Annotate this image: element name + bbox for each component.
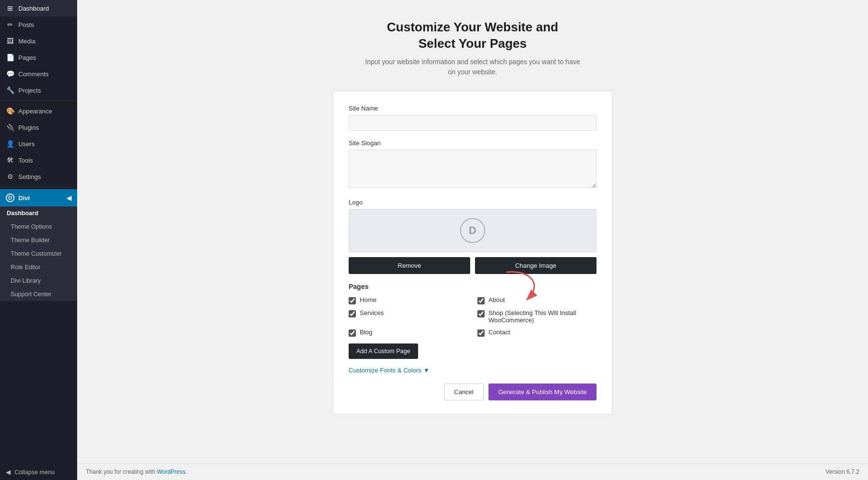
footer-text: Thank you for creating with WordPress. bbox=[86, 468, 187, 475]
divi-submenu: Dashboard Theme Options Theme Builder Th… bbox=[0, 206, 77, 301]
logo-group: Logo D Remove Change Image bbox=[349, 199, 597, 274]
page-title: Customize Your Website and Select Your P… bbox=[387, 19, 558, 52]
site-name-group: Site Name bbox=[349, 105, 597, 131]
page-checkbox-about[interactable] bbox=[477, 297, 485, 304]
logo-placeholder: D bbox=[460, 218, 485, 243]
pages-icon: 📄 bbox=[6, 54, 14, 61]
collapse-icon: ◀ bbox=[6, 468, 11, 476]
divi-header[interactable]: D Divi ◀ bbox=[0, 189, 77, 206]
page-check-services: Services bbox=[349, 309, 468, 324]
page-check-contact: Contact bbox=[477, 329, 597, 337]
sidebar: ⊞ Dashboard ✏ Posts 🖼 Media 📄 Pages 💬 Co… bbox=[0, 0, 77, 480]
site-name-input[interactable] bbox=[349, 115, 597, 131]
publish-button[interactable]: Generate & Publish My Website bbox=[488, 384, 597, 400]
pages-grid: Home About bbox=[349, 296, 597, 337]
site-name-label: Site Name bbox=[349, 105, 597, 112]
page-checkbox-contact[interactable] bbox=[477, 329, 485, 337]
card-footer: Cancel Generate & Publish My Website bbox=[349, 384, 597, 400]
projects-icon: 🔧 bbox=[6, 86, 14, 94]
divi-sub-role-editor[interactable]: Role Editor bbox=[0, 261, 77, 274]
comments-icon: 💬 bbox=[6, 70, 14, 78]
divi-sub-theme-customizer[interactable]: Theme Customizer bbox=[0, 247, 77, 261]
sidebar-item-media[interactable]: 🖼 Media bbox=[0, 33, 77, 49]
page-check-blog: Blog bbox=[349, 329, 468, 337]
site-slogan-input[interactable] bbox=[349, 150, 597, 188]
divi-sub-divi-library[interactable]: Divi Library bbox=[0, 274, 77, 288]
logo-label: Logo bbox=[349, 199, 597, 206]
version-text: Version 6.7.2 bbox=[826, 468, 859, 475]
divi-logo-icon: D bbox=[6, 193, 14, 202]
change-image-button[interactable]: Change Image bbox=[475, 257, 597, 274]
sidebar-divider-2 bbox=[0, 187, 77, 187]
content-area: Customize Your Website and Select Your P… bbox=[77, 0, 868, 463]
add-custom-page-button[interactable]: Add A Custom Page bbox=[349, 343, 418, 359]
divi-sub-theme-options[interactable]: Theme Options bbox=[0, 220, 77, 233]
page-checkbox-home[interactable] bbox=[349, 297, 356, 304]
page-check-about: About bbox=[477, 296, 597, 304]
sidebar-item-posts[interactable]: ✏ Posts bbox=[0, 16, 77, 33]
page-checkbox-blog[interactable] bbox=[349, 329, 356, 337]
remove-logo-button[interactable]: Remove bbox=[349, 257, 470, 274]
appearance-icon: 🎨 bbox=[6, 107, 14, 115]
dashboard-icon: ⊞ bbox=[6, 4, 14, 12]
media-icon: 🖼 bbox=[6, 37, 14, 45]
settings-icon: ⚙ bbox=[6, 173, 14, 180]
page-check-home: Home bbox=[349, 296, 468, 304]
divi-sub-theme-builder[interactable]: Theme Builder bbox=[0, 233, 77, 247]
logo-buttons: Remove Change Image bbox=[349, 257, 597, 274]
sidebar-item-plugins[interactable]: 🔌 Plugins bbox=[0, 119, 77, 136]
setup-card: Site Name Site Slogan Logo D Remove Chan… bbox=[333, 91, 612, 414]
divi-arrow-icon: ◀ bbox=[67, 194, 71, 202]
sidebar-item-users[interactable]: 👤 Users bbox=[0, 136, 77, 152]
customize-fonts-link[interactable]: Customize Fonts & Colors ▼ bbox=[349, 367, 597, 374]
main-content: Customize Your Website and Select Your P… bbox=[77, 0, 868, 480]
tools-icon: 🛠 bbox=[6, 156, 14, 164]
footer: Thank you for creating with WordPress. V… bbox=[77, 463, 868, 480]
page-check-shop: Shop (Selecting This Will Install WooCom… bbox=[477, 309, 597, 324]
site-slogan-label: Site Slogan bbox=[349, 139, 597, 147]
page-subtitle: Input your website information and selec… bbox=[365, 57, 580, 77]
collapse-menu-button[interactable]: ◀ Collapse menu bbox=[0, 464, 77, 480]
divi-sub-support-center[interactable]: Support Center bbox=[0, 288, 77, 301]
logo-upload-area[interactable]: D bbox=[349, 209, 597, 252]
pages-label: Pages bbox=[349, 283, 597, 290]
divi-sub-dashboard[interactable]: Dashboard bbox=[0, 206, 77, 220]
pages-section: Pages Home About bbox=[349, 283, 597, 367]
sidebar-divider-1 bbox=[0, 100, 77, 101]
customize-fonts-row: Customize Fonts & Colors ▼ bbox=[349, 367, 597, 374]
page-checkbox-shop[interactable] bbox=[477, 310, 485, 317]
plugins-icon: 🔌 bbox=[6, 123, 14, 131]
sidebar-item-dashboard[interactable]: ⊞ Dashboard bbox=[0, 0, 77, 16]
site-slogan-group: Site Slogan bbox=[349, 139, 597, 190]
sidebar-item-comments[interactable]: 💬 Comments bbox=[0, 66, 77, 82]
cancel-button[interactable]: Cancel bbox=[444, 384, 484, 400]
sidebar-item-appearance[interactable]: 🎨 Appearance bbox=[0, 103, 77, 119]
users-icon: 👤 bbox=[6, 140, 14, 148]
chevron-down-icon: ▼ bbox=[423, 367, 430, 374]
posts-icon: ✏ bbox=[6, 21, 14, 28]
wordpress-link[interactable]: WordPress bbox=[157, 468, 185, 475]
sidebar-item-pages[interactable]: 📄 Pages bbox=[0, 49, 77, 66]
sidebar-item-tools[interactable]: 🛠 Tools bbox=[0, 152, 77, 168]
sidebar-item-settings[interactable]: ⚙ Settings bbox=[0, 168, 77, 185]
sidebar-item-projects[interactable]: 🔧 Projects bbox=[0, 82, 77, 98]
page-checkbox-services[interactable] bbox=[349, 310, 356, 317]
